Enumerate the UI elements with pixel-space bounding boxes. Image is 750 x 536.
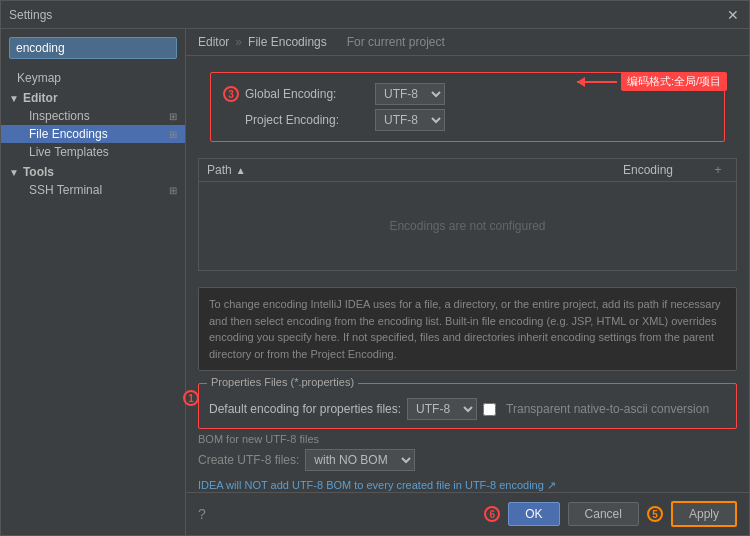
circle-1: 1 <box>183 390 199 406</box>
bottom-bar: ? 6 OK Cancel 5 Apply <box>186 492 749 535</box>
breadcrumb-file-encodings: File Encodings <box>248 35 327 49</box>
settings-window: Settings ✕ Keymap ▼ Editor Inspections ⊞ <box>0 0 750 536</box>
breadcrumb-editor: Editor <box>198 35 229 49</box>
transparent-label: Transparent native-to-ascii conversion <box>506 402 709 416</box>
annotation-text: 编码格式:全局/项目 <box>621 72 727 91</box>
circle-5: 5 <box>647 506 663 522</box>
ssh-terminal-icon: ⊞ <box>169 185 177 196</box>
circle-6: 6 <box>484 506 500 522</box>
panel-header: Editor » File Encodings For current proj… <box>186 29 749 56</box>
bom-info: IDEA will NOT add UTF-8 BOM to every cre… <box>198 479 737 492</box>
bom-create-row: Create UTF-8 files: with NO BOM with BOM <box>198 449 737 471</box>
inspections-icon: ⊞ <box>169 111 177 122</box>
sidebar-item-ssh-terminal[interactable]: SSH Terminal ⊞ <box>1 181 185 199</box>
bom-section-label: BOM for new UTF-8 files <box>198 433 737 445</box>
project-encoding-label: Project Encoding: <box>245 113 375 127</box>
apply-button[interactable]: Apply <box>671 501 737 527</box>
circle-3: 3 <box>223 86 239 102</box>
table-col-encoding-header: Encoding <box>588 163 708 177</box>
search-input[interactable] <box>9 37 177 59</box>
transparent-checkbox[interactable] <box>483 403 496 416</box>
help-button[interactable]: ? <box>198 506 206 522</box>
properties-default-label: Default encoding for properties files: <box>209 402 401 416</box>
properties-title: Properties Files (*.properties) <box>207 376 358 388</box>
project-encoding-row: Project Encoding: UTF-8 UTF-16 ISO-8859-… <box>223 109 712 131</box>
sidebar-group-tools[interactable]: ▼ Tools <box>1 161 185 181</box>
title-bar: Settings ✕ <box>1 1 749 29</box>
close-button[interactable]: ✕ <box>725 7 741 23</box>
properties-row: Default encoding for properties files: U… <box>209 398 726 420</box>
editor-arrow-icon: ▼ <box>9 93 19 104</box>
sort-asc-icon: ▲ <box>236 165 246 176</box>
encoding-settings-container: 3 Global Encoding: UTF-8 UTF-16 ISO-8859… <box>198 64 737 150</box>
sidebar-item-keymap[interactable]: Keymap <box>1 69 185 87</box>
search-box <box>9 37 177 59</box>
circle-1-container: 1 <box>183 390 199 406</box>
info-box: To change encoding IntelliJ IDEA uses fo… <box>198 287 737 371</box>
add-encoding-button[interactable]: + <box>708 163 728 177</box>
bom-create-label: Create UTF-8 files: <box>198 453 299 467</box>
sidebar-tree: Keymap ▼ Editor Inspections ⊞ File Encod… <box>1 67 185 535</box>
arrowhead-icon <box>577 77 585 87</box>
global-encoding-select[interactable]: UTF-8 UTF-16 ISO-8859-1 <box>375 83 445 105</box>
bom-create-select[interactable]: with NO BOM with BOM <box>305 449 415 471</box>
project-encoding-select[interactable]: UTF-8 UTF-16 ISO-8859-1 <box>375 109 445 131</box>
global-encoding-label: Global Encoding: <box>245 87 375 101</box>
main-panel: Editor » File Encodings For current proj… <box>186 29 749 535</box>
tools-arrow-icon: ▼ <box>9 167 19 178</box>
sidebar-item-file-encodings[interactable]: File Encodings ⊞ <box>1 125 185 143</box>
bom-section: BOM for new UTF-8 files Create UTF-8 fil… <box>198 433 737 475</box>
file-encodings-icon: ⊞ <box>169 129 177 140</box>
annotation-container: 编码格式:全局/项目 <box>577 72 727 91</box>
sidebar-item-live-templates[interactable]: Live Templates <box>1 143 185 161</box>
sidebar-item-inspections[interactable]: Inspections ⊞ <box>1 107 185 125</box>
sidebar: Keymap ▼ Editor Inspections ⊞ File Encod… <box>1 29 186 535</box>
table-col-path-header: Path ▲ <box>207 163 588 177</box>
table-empty-state: Encodings are not configured <box>199 182 736 270</box>
window-title: Settings <box>9 8 725 22</box>
file-table: Path ▲ Encoding + Encodings are not conf… <box>198 158 737 271</box>
main-content: Keymap ▼ Editor Inspections ⊞ File Encod… <box>1 29 749 535</box>
properties-encoding-select[interactable]: UTF-8 UTF-16 ISO-8859-1 <box>407 398 477 420</box>
properties-section: Properties Files (*.properties) 1 Defaul… <box>198 383 737 429</box>
arrow-line <box>577 81 617 83</box>
table-header: Path ▲ Encoding + <box>199 159 736 182</box>
breadcrumb-separator: » <box>235 35 242 49</box>
sidebar-group-editor[interactable]: ▼ Editor <box>1 87 185 107</box>
ok-button[interactable]: OK <box>508 502 559 526</box>
for-current-project-label: For current project <box>347 35 445 49</box>
cancel-button[interactable]: Cancel <box>568 502 639 526</box>
